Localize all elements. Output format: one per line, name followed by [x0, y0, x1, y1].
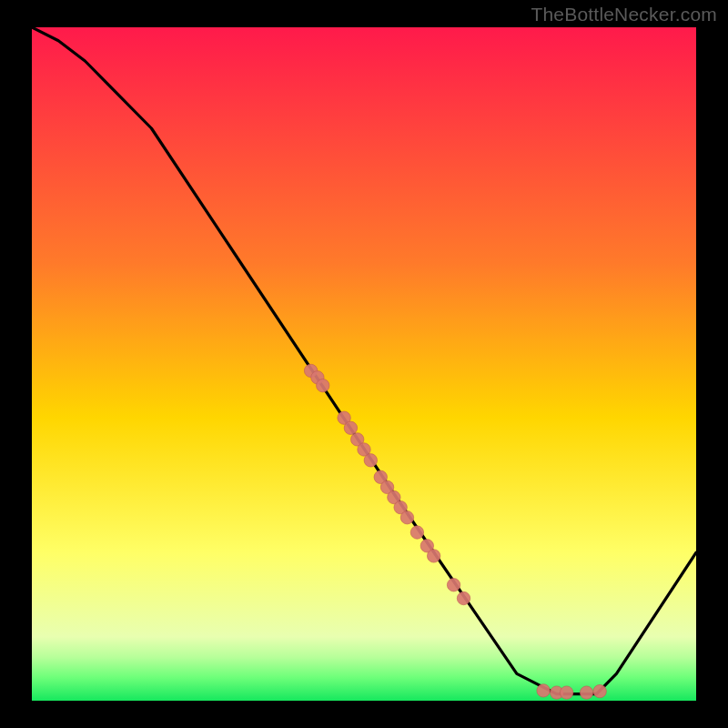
data-point — [560, 686, 572, 699]
data-point — [447, 579, 460, 592]
chart-svg — [32, 27, 696, 701]
chart-root: TheBottleNecker.com — [0, 0, 728, 728]
data-point — [400, 511, 413, 524]
gradient-background — [32, 27, 696, 701]
plot-area — [32, 27, 696, 701]
data-point — [317, 379, 329, 391]
data-point — [457, 592, 470, 604]
data-point — [344, 421, 357, 434]
data-point — [537, 684, 550, 697]
data-point — [364, 454, 377, 467]
data-point — [427, 550, 440, 562]
data-point — [410, 526, 423, 539]
data-point — [593, 684, 606, 697]
data-point — [580, 686, 592, 699]
watermark-label: TheBottleNecker.com — [531, 4, 717, 25]
